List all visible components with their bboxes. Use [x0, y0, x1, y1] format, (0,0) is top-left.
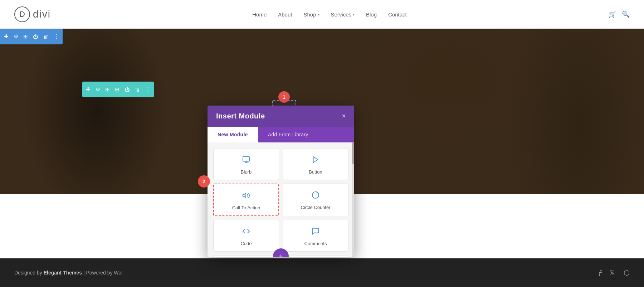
module-comments[interactable]: Comments — [283, 220, 348, 252]
row-toolbar-teal: ✚ ⚙ ⊞ ⊟ ⏻ 🗑 ⋮ — [82, 82, 154, 97]
row-toolbar-blue: ✚ ⚙ ⊞ ⏻ 🗑 ⋮ — [0, 29, 63, 44]
teal-more-icon[interactable]: ⋮ — [145, 86, 151, 93]
button-label: Button — [309, 169, 322, 175]
site-footer: Designed by Elegant Themes | Powered by … — [0, 258, 644, 287]
circle-counter-label: Circle Counter — [301, 205, 330, 210]
main-nav: Home About Shop ▾ Services ▾ Blog Contac… — [252, 11, 407, 18]
cart-icon[interactable]: 🛒 — [608, 10, 616, 18]
blurb-icon — [242, 156, 250, 166]
nav-services[interactable]: Services ▾ — [331, 11, 355, 18]
modal-tabs: New Module Add From Library — [208, 127, 354, 142]
toolbar-settings-icon[interactable]: ⚙ — [14, 33, 18, 40]
modal-title: Insert Module — [216, 112, 265, 120]
circle-counter-icon — [312, 191, 319, 201]
code-label: Code — [240, 241, 252, 246]
module-call-to-action[interactable]: Call To Action — [213, 184, 279, 216]
services-chevron-icon: ▾ — [353, 13, 355, 16]
modal-scrollbar[interactable] — [352, 142, 354, 257]
code-icon — [242, 227, 250, 237]
toolbar-power-icon[interactable]: ⏻ — [33, 34, 38, 40]
teal-grid-icon[interactable]: ⊟ — [115, 86, 119, 93]
social-links: 𝓯 𝕏 ⬡ — [599, 268, 630, 277]
site-header: D divi Home About Shop ▾ Services ▾ Blog… — [0, 0, 644, 29]
teal-settings-icon[interactable]: ⚙ — [96, 86, 100, 93]
toolbar-add-icon[interactable]: ✚ — [4, 33, 9, 40]
teal-power-icon[interactable]: ⏻ — [125, 87, 130, 93]
step1-badge: 1 — [278, 91, 290, 103]
blurb-label: Blurb — [241, 169, 252, 175]
shop-chevron-icon: ▾ — [318, 13, 319, 16]
module-button[interactable]: Button — [283, 148, 348, 180]
module-code[interactable]: Code — [213, 220, 279, 252]
logo-icon: D — [14, 6, 30, 22]
cta-icon — [242, 191, 250, 201]
module-blurb[interactable]: Blurb — [213, 148, 279, 180]
teal-columns-icon[interactable]: ⊞ — [105, 86, 110, 93]
button-icon — [312, 156, 319, 166]
nav-shop[interactable]: Shop ▾ — [303, 11, 319, 18]
logo-text: divi — [33, 9, 51, 20]
comments-icon — [312, 227, 319, 237]
search-icon[interactable]: 🔍 — [622, 10, 630, 18]
modal-scrollbar-thumb — [352, 142, 354, 164]
modal-body: Blurb Button Call To Action Circle Count… — [208, 142, 354, 257]
toolbar-trash-icon[interactable]: 🗑 — [43, 34, 49, 40]
instagram-icon[interactable]: ⬡ — [624, 268, 630, 277]
module-countdown[interactable]: Countdown — [283, 255, 348, 257]
modal-close-button[interactable]: × — [342, 112, 346, 120]
logo-area[interactable]: D divi — [14, 6, 51, 22]
toolbar-columns-icon[interactable]: ⊞ — [23, 33, 28, 40]
footer-credit: Designed by Elegant Themes | Powered by … — [14, 270, 123, 276]
teal-add-icon[interactable]: ✚ — [86, 86, 91, 93]
nav-home[interactable]: Home — [252, 11, 267, 18]
step2-badge: 2 — [198, 175, 210, 188]
module-contact-form[interactable]: Contact Form — [213, 255, 279, 257]
teal-trash-icon[interactable]: 🗑 — [135, 87, 140, 93]
comments-label: Comments — [304, 241, 327, 246]
svg-marker-3 — [243, 193, 246, 198]
cta-label: Call To Action — [232, 205, 260, 210]
module-circle-counter[interactable]: Circle Counter — [283, 184, 348, 216]
modal-header: Insert Module × — [208, 106, 354, 127]
insert-module-modal: Insert Module × New Module Add From Libr… — [208, 106, 354, 257]
nav-about[interactable]: About — [278, 11, 292, 18]
nav-contact[interactable]: Contact — [388, 11, 407, 18]
tab-add-from-library[interactable]: Add From Library — [258, 127, 318, 142]
twitter-icon[interactable]: 𝕏 — [609, 268, 615, 277]
footer-brand: Elegant Themes — [44, 270, 82, 276]
svg-rect-0 — [243, 157, 249, 161]
tab-new-module[interactable]: New Module — [208, 127, 258, 142]
nav-icons: 🛒 🔍 — [608, 10, 630, 18]
facebook-icon[interactable]: 𝓯 — [599, 268, 601, 277]
toolbar-more-icon[interactable]: ⋮ — [54, 33, 59, 40]
nav-blog[interactable]: Blog — [366, 11, 377, 18]
